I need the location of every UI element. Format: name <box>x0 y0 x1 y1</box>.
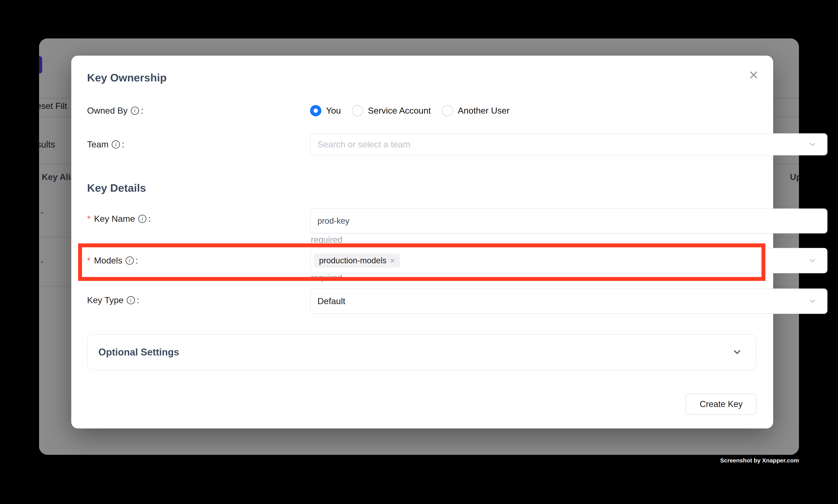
screenshot-stage: sults eset Filt Key Alia Up - 11/ - 11/ … <box>0 0 838 504</box>
watermark-text: Screenshot by Xnapper.com <box>720 457 799 464</box>
info-icon[interactable]: i <box>126 256 134 265</box>
key-name-required-hint: required <box>311 235 342 245</box>
team-label-text: Team <box>87 139 109 149</box>
models-label-text: Models <box>94 255 122 266</box>
key-type-select[interactable]: Default <box>310 288 827 314</box>
radio-label: You <box>326 106 341 116</box>
close-icon[interactable]: × <box>743 65 764 85</box>
colon: : <box>136 255 138 266</box>
team-select[interactable] <box>310 133 827 155</box>
radio-unselected-icon[interactable] <box>442 105 453 116</box>
model-tag-label: production-models <box>319 256 387 265</box>
section-title-key-details: Key Details <box>87 181 146 195</box>
models-label: * Models i : <box>87 255 138 267</box>
optional-settings-accordion[interactable]: Optional Settings <box>87 334 756 370</box>
chevron-down-icon <box>808 140 817 149</box>
chevron-down-icon <box>732 347 742 357</box>
owned-by-label-text: Owned By <box>87 106 128 116</box>
chevron-down-icon <box>808 256 817 265</box>
owned-by-label: Owned By i : <box>87 105 143 116</box>
radio-selected-icon[interactable] <box>310 105 321 116</box>
colon: : <box>141 106 143 116</box>
radio-option-you[interactable]: You <box>310 105 341 116</box>
radio-unselected-icon[interactable] <box>352 105 363 116</box>
create-key-button[interactable]: Create Key <box>686 394 756 414</box>
owned-by-radio-group: You Service Account Another User <box>310 105 510 116</box>
info-icon[interactable]: i <box>127 296 135 304</box>
team-label: Team i : <box>87 139 124 150</box>
key-name-field[interactable] <box>310 209 827 233</box>
key-type-label: Key Type i : <box>87 294 139 306</box>
section-title-key-ownership: Key Ownership <box>87 70 167 85</box>
key-name-label: * Key Name i : <box>87 213 151 225</box>
colon: : <box>122 139 124 149</box>
radio-option-another-user[interactable]: Another User <box>442 105 510 116</box>
remove-tag-icon[interactable]: × <box>390 257 395 265</box>
info-icon[interactable]: i <box>138 215 146 223</box>
radio-label: Another User <box>458 106 510 116</box>
create-key-modal: Key Ownership × Owned By i : You Service… <box>71 56 773 429</box>
info-icon[interactable]: i <box>112 140 120 148</box>
key-type-label-text: Key Type <box>87 295 124 305</box>
key-name-input[interactable] <box>318 216 820 226</box>
chevron-down-icon <box>808 297 817 306</box>
info-icon[interactable]: i <box>131 107 139 115</box>
colon: : <box>148 214 151 224</box>
key-name-label-text: Key Name <box>94 214 135 224</box>
models-multiselect[interactable]: production-models × <box>310 248 827 273</box>
models-required-hint: required <box>311 273 342 283</box>
optional-settings-title: Optional Settings <box>99 346 179 358</box>
key-type-selected-value: Default <box>318 296 345 306</box>
required-asterisk: * <box>87 255 91 266</box>
colon: : <box>137 295 139 305</box>
selected-model-tag: production-models × <box>314 254 400 268</box>
radio-label: Service Account <box>368 106 431 116</box>
required-asterisk: * <box>87 214 91 224</box>
radio-option-service-account[interactable]: Service Account <box>352 105 431 116</box>
team-search-input[interactable] <box>318 139 820 149</box>
